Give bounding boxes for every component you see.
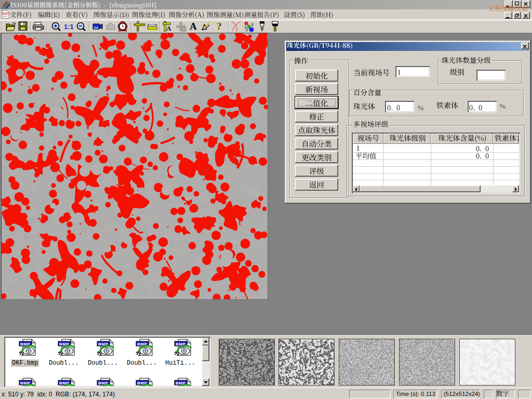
svg-text:3: 3 — [251, 22, 254, 27]
svg-text:A: A — [190, 21, 197, 32]
svg-text:?: ? — [217, 21, 222, 32]
svg-text:DOC: DOC — [2, 12, 9, 15]
svg-text:A: A — [166, 24, 171, 32]
svg-text:1:1: 1:1 — [64, 23, 74, 31]
svg-text:2: 2 — [246, 28, 248, 32]
